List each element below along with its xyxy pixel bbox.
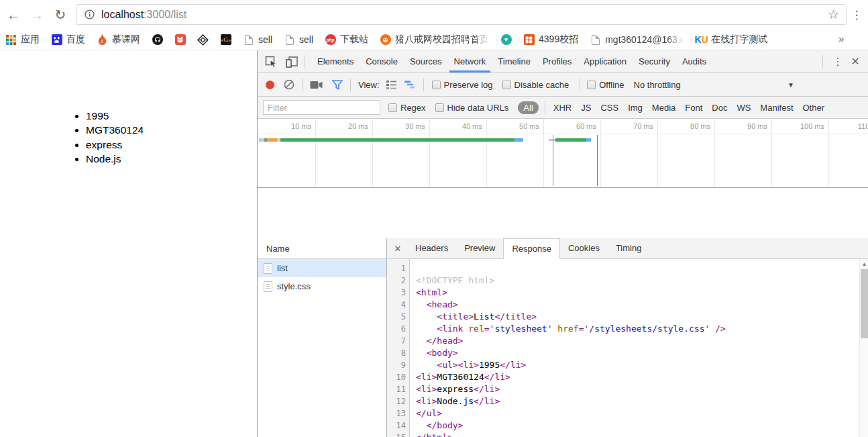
filter-type-all[interactable]: All [518, 101, 538, 114]
gridline [486, 119, 487, 187]
bookmark-item[interactable]: 应用 [5, 34, 40, 46]
code-line: <title>List</title> [416, 311, 726, 323]
close-icon: ✕ [394, 244, 402, 254]
gridline [771, 119, 772, 187]
scroll-up-icon[interactable]: ▲ [860, 260, 868, 269]
page-icon [590, 34, 601, 46]
ruler-line [258, 134, 868, 134]
detail-tab-headers[interactable]: Headers [407, 238, 456, 258]
devtools-close-button[interactable]: ✕ [847, 53, 864, 70]
filter-type-doc[interactable]: Doc [712, 103, 727, 113]
devtools-menu-button[interactable]: ⋮ [829, 53, 847, 70]
filter-type-img[interactable]: Img [628, 103, 643, 113]
bookmark-item[interactable]: ♥ [500, 34, 512, 46]
bookmark-item[interactable] [197, 34, 209, 46]
request-name: list [277, 263, 288, 273]
page-info-icon[interactable] [85, 9, 95, 19]
bookmark-item[interactable]: «G» [220, 34, 231, 46]
filter-type-font[interactable]: Font [685, 103, 702, 113]
devtools-tab-profiles[interactable]: Profiles [537, 50, 578, 72]
detail-tab-response[interactable]: Response [503, 238, 560, 259]
devtools-tab-network[interactable]: Network [448, 50, 492, 72]
bookmark-item[interactable]: mgt360124@163.co [590, 34, 684, 46]
bookmark-item[interactable]: KU在线打字测试 [696, 34, 767, 46]
waterfall-bar[interactable] [549, 138, 591, 142]
device-toolbar-button[interactable] [285, 56, 299, 68]
gridline [315, 119, 316, 187]
back-button[interactable]: ← [4, 5, 23, 24]
code-scrollbar[interactable]: ▲ ▼ [859, 259, 868, 437]
devtools-tab-console[interactable]: Console [360, 50, 404, 72]
line-number: 4 [387, 299, 406, 311]
screenshot-button[interactable] [310, 81, 323, 89]
filter-funnel-icon[interactable] [332, 80, 343, 90]
scrollbar-thumb[interactable] [861, 269, 868, 338]
disable-cache-checkbox[interactable] [502, 81, 511, 89]
reload-button[interactable]: ↻ [51, 5, 70, 24]
record-button[interactable] [266, 81, 274, 89]
offline-checkbox[interactable] [587, 81, 596, 89]
waterfall-bar[interactable] [259, 138, 523, 142]
filter-input[interactable] [263, 100, 380, 115]
devtools-tab-sources[interactable]: Sources [404, 50, 448, 72]
devtools-tab-elements[interactable]: Elements [311, 50, 360, 72]
inspect-element-button[interactable] [265, 56, 278, 68]
devtools-tab-audits[interactable]: Audits [676, 50, 712, 72]
filter-type-xhr[interactable]: XHR [553, 103, 572, 113]
clear-button[interactable] [284, 79, 294, 90]
detail-close-button[interactable]: ✕ [388, 238, 407, 258]
bookmark-label: 在线打字测试 [711, 34, 767, 46]
forward-button[interactable]: → [28, 5, 46, 24]
preserve-log-checkbox[interactable] [432, 81, 441, 89]
bookmark-item[interactable]: 猪八戒网校园招聘首页 [380, 34, 489, 46]
filter-type-other[interactable]: Other [803, 103, 825, 113]
bookmarks-overflow-button[interactable]: » [838, 33, 844, 44]
bookmark-item[interactable]: sell [243, 34, 272, 46]
hide-data-urls-checkbox[interactable] [435, 103, 444, 112]
bookmark-item[interactable]: sell [284, 34, 313, 46]
regex-checkbox[interactable] [388, 103, 397, 112]
view-waterfall-icon[interactable] [404, 80, 415, 89]
line-number: 13 [387, 407, 406, 420]
network-filter-bar: Regex Hide data URLs AllXHRJSCSSImgMedia… [258, 97, 868, 119]
page-list-item: Node.js [86, 152, 144, 166]
devtools-tab-application[interactable]: Application [578, 50, 633, 72]
code-line: </body> [416, 420, 726, 432]
bookmark-item[interactable]: 百度 [51, 34, 85, 46]
detail-tab-preview[interactable]: Preview [456, 238, 503, 258]
separator [545, 101, 545, 114]
view-list-icon[interactable] [386, 80, 397, 89]
network-overview-timeline[interactable]: 10 ms20 ms30 ms40 ms50 ms60 ms70 ms80 ms… [258, 119, 868, 188]
requests-name-header[interactable]: Name [258, 238, 386, 259]
address-bar[interactable]: localhost:3000/list ☆ [76, 4, 847, 25]
browser-window: ← → ↻ localhost:3000/list ☆ ⋮ 应用百度慕课网«G»… [0, 0, 868, 437]
bookmark-item[interactable]: 4399校招 [523, 34, 578, 46]
filter-type-manifest[interactable]: Manifest [760, 103, 793, 113]
request-row-style.css[interactable]: style.css [258, 277, 386, 295]
bookmark-item[interactable] [152, 34, 163, 46]
filter-type-js[interactable]: JS [581, 103, 591, 113]
request-row-list[interactable]: list [258, 259, 386, 277]
timeline-tick-label: 20 ms [328, 122, 368, 130]
line-number: 7 [387, 335, 406, 347]
detail-tab-timing[interactable]: Timing [608, 238, 650, 258]
bookmark-item[interactable] [174, 34, 186, 46]
separator [822, 55, 823, 68]
devtools-tab-timeline[interactable]: Timeline [492, 50, 537, 72]
throttling-dropdown-icon[interactable]: ▼ [788, 81, 794, 89]
separator [423, 79, 424, 91]
gridline [429, 119, 430, 187]
bookmark-star-icon[interactable]: ☆ [828, 7, 839, 22]
monkey-icon [380, 34, 391, 46]
timeline-tick-label: 80 ms [670, 122, 710, 130]
throttling-select[interactable]: No throttling [634, 80, 681, 90]
detail-tab-cookies[interactable]: Cookies [560, 238, 608, 258]
filter-type-ws[interactable]: WS [737, 103, 751, 113]
filter-type-media[interactable]: Media [652, 103, 675, 113]
line-number: 3 [387, 287, 406, 299]
bookmark-item[interactable]: php下载站 [325, 34, 368, 46]
filter-type-css[interactable]: CSS [600, 103, 618, 113]
browser-menu-button[interactable]: ⋮ [848, 5, 865, 24]
bookmark-item[interactable]: 慕课网 [97, 34, 140, 46]
devtools-tab-security[interactable]: Security [633, 50, 676, 72]
